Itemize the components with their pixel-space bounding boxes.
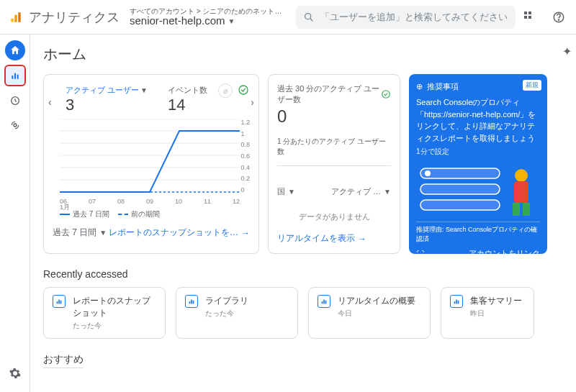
realtime-value: 0	[277, 106, 391, 127]
topbar: アナリティクス すべてのアカウント > シニアのためのネット… senior-n…	[0, 0, 576, 35]
svg-rect-42	[454, 301, 456, 304]
nav-explore[interactable]	[5, 91, 25, 111]
report-icon	[53, 295, 66, 308]
chart-legend: 過去 7 日間 前の期間	[60, 209, 250, 219]
svg-rect-7	[524, 16, 527, 19]
search-icon	[303, 12, 315, 23]
snapshot-link[interactable]: レポートのスナップショットを…→	[109, 227, 250, 239]
svg-rect-32	[523, 203, 530, 216]
nav-admin[interactable]	[5, 363, 25, 383]
nav-reports[interactable]	[4, 65, 26, 86]
check-icon	[237, 83, 250, 96]
svg-rect-37	[191, 300, 192, 304]
apps-icon[interactable]	[521, 9, 539, 26]
chevron-down-icon: ▼	[140, 86, 148, 94]
svg-point-24	[382, 91, 390, 99]
recent-title: Recently accessed	[43, 268, 563, 280]
illustration-icon	[413, 161, 543, 219]
svg-point-26	[425, 170, 431, 176]
svg-rect-8	[528, 16, 531, 19]
svg-rect-34	[58, 300, 60, 304]
check-icon	[380, 88, 391, 101]
report-icon	[185, 295, 198, 308]
recommendation-text: Search Consoleのプロパティ 「https://senior-net…	[416, 96, 540, 144]
search-input[interactable]: 「ユーザーを追加」と検索してみてください	[296, 6, 516, 29]
report-icon	[318, 295, 330, 308]
side-nav	[0, 35, 30, 392]
suggest-title: おすすめ	[43, 353, 84, 368]
recent-item[interactable]: リアルタイムの概要今日	[308, 287, 431, 339]
y-axis: 1.210.80.60.40.20	[240, 119, 250, 193]
property-name: senior-net-help.com▼	[130, 15, 282, 27]
svg-rect-31	[513, 203, 520, 216]
svg-rect-12	[14, 73, 16, 79]
svg-rect-30	[514, 181, 528, 203]
main-content: ✦ ホーム ‹ › アクティブ ユーザー ▼ 3 イベント数 14	[30, 35, 576, 392]
recent-item[interactable]: レポートのスナップショットたった今	[43, 287, 166, 339]
no-data-text: データがありません	[277, 211, 391, 222]
overview-card: ‹ › アクティブ ユーザー ▼ 3 イベント数 14 ⌀	[43, 74, 259, 254]
metric-active-users[interactable]: アクティブ ユーザー ▼ 3	[66, 85, 148, 114]
realtime-card: 過去 30 分のアクティブ ユーザー数 0 1 分あたりのアクティブ ユーザー数…	[268, 74, 400, 254]
svg-rect-35	[60, 301, 62, 304]
x-axis: 06070809101112	[60, 198, 240, 205]
svg-rect-41	[325, 301, 327, 304]
page-title: ホーム	[43, 45, 563, 64]
svg-rect-28	[420, 200, 500, 210]
svg-rect-0	[11, 18, 13, 22]
help-icon[interactable]	[550, 9, 567, 26]
expand-icon[interactable]: ⛶	[416, 250, 424, 258]
search-placeholder: 「ユーザーを追加」と検索してみてください	[320, 11, 508, 24]
svg-point-15	[14, 124, 17, 127]
chevron-down-icon: ▼	[228, 17, 235, 25]
next-arrow[interactable]: ›	[251, 96, 254, 108]
svg-rect-25	[420, 168, 500, 178]
recent-list: レポートのスナップショットたった今 ライブラリたった今 リアルタイムの概要今日 …	[43, 287, 563, 339]
realtime-link[interactable]: リアルタイムを表示 →	[277, 232, 391, 245]
prev-arrow[interactable]: ‹	[48, 96, 52, 108]
svg-rect-36	[189, 301, 191, 304]
svg-rect-33	[57, 301, 58, 304]
new-badge: 新規	[523, 80, 541, 91]
account-selector[interactable]: すべてのアカウント > シニアのためのネット… senior-net-help.…	[130, 7, 282, 27]
nav-home[interactable]	[5, 40, 25, 60]
svg-rect-40	[323, 300, 325, 304]
svg-rect-39	[322, 301, 323, 304]
svg-rect-44	[458, 301, 459, 304]
svg-rect-43	[456, 300, 457, 304]
svg-rect-6	[528, 12, 531, 14]
active-dropdown[interactable]: アクティブ … ▼	[331, 186, 391, 197]
svg-point-3	[305, 13, 311, 19]
anomaly-icon[interactable]: ⌀	[218, 83, 233, 98]
metric-events[interactable]: イベント数 14	[168, 85, 207, 114]
svg-rect-2	[18, 12, 20, 22]
insights-icon[interactable]: ✦	[562, 45, 572, 58]
country-dropdown[interactable]: 国 ▼	[277, 186, 295, 197]
svg-point-29	[515, 169, 528, 182]
period-dropdown[interactable]: 過去 7 日間▼	[53, 227, 107, 239]
svg-rect-27	[420, 184, 500, 194]
line-chart: 1.210.80.60.40.20 06070809101112 1月	[60, 119, 240, 205]
svg-rect-11	[12, 76, 13, 79]
svg-point-10	[558, 19, 559, 20]
recent-item[interactable]: 集客サマリー昨日	[441, 287, 534, 339]
svg-rect-13	[17, 75, 18, 79]
report-icon	[450, 295, 463, 308]
nav-advertising[interactable]	[5, 115, 25, 135]
recent-item[interactable]: ライブラリたった今	[176, 287, 298, 339]
analytics-logo-icon	[9, 10, 23, 24]
recommendation-card: ⊕推奨事項 新規 Search Consoleのプロパティ 「https://s…	[409, 74, 547, 254]
svg-line-4	[310, 19, 312, 21]
plus-icon: ⊕	[416, 82, 423, 91]
svg-rect-38	[193, 301, 194, 304]
svg-rect-1	[14, 14, 17, 22]
app-title: アナリティクス	[29, 9, 120, 26]
link-account-button[interactable]: アカウントをリンク	[469, 248, 540, 259]
svg-rect-5	[524, 12, 527, 14]
svg-point-16	[239, 86, 248, 94]
